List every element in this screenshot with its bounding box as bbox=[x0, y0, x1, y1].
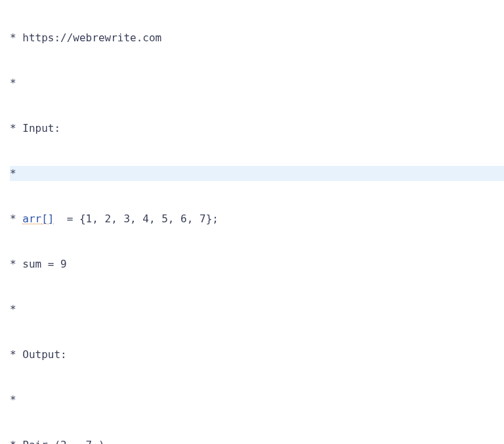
code-line: * bbox=[10, 75, 504, 91]
arr-values: = {1, 2, 3, 4, 5, 6, 7}; bbox=[54, 212, 218, 225]
comment-star: * bbox=[10, 122, 16, 134]
input-label: Input: bbox=[22, 122, 60, 134]
code-line: * sum = 9 bbox=[10, 256, 504, 272]
sum-line: sum = 9 bbox=[22, 258, 66, 270]
code-line: * bbox=[10, 302, 504, 317]
code-line: * https://webrewrite.com bbox=[10, 30, 504, 45]
comment-star: * bbox=[10, 348, 16, 361]
pair-row: Pair (2 , 7 ) bbox=[22, 439, 104, 444]
code-line: * Output: bbox=[10, 347, 504, 362]
comment-star: * bbox=[10, 439, 16, 444]
comment-star: * bbox=[10, 258, 16, 270]
code-line: * bbox=[10, 392, 504, 407]
code-line: * Input: bbox=[10, 121, 504, 136]
code-line: * Pair (2 , 7 ) bbox=[10, 437, 504, 444]
code-editor: * https://webrewrite.com * * Input: * * … bbox=[0, 0, 504, 444]
comment-star: * bbox=[10, 212, 16, 225]
comment-star: * bbox=[10, 394, 16, 406]
bracket-icon: [] bbox=[41, 212, 54, 225]
comment-star: * bbox=[10, 31, 16, 44]
code-line: * arr[] = {1, 2, 3, 4, 5, 6, 7}; bbox=[10, 211, 504, 226]
comment-star: * bbox=[10, 167, 16, 180]
url-text: https://webrewrite.com bbox=[22, 31, 161, 44]
code-line-highlighted: * bbox=[10, 166, 504, 181]
output-label: Output: bbox=[22, 348, 66, 361]
ident-arr: arr bbox=[22, 212, 41, 225]
comment-star: * bbox=[10, 303, 16, 315]
comment-star: * bbox=[10, 77, 16, 89]
